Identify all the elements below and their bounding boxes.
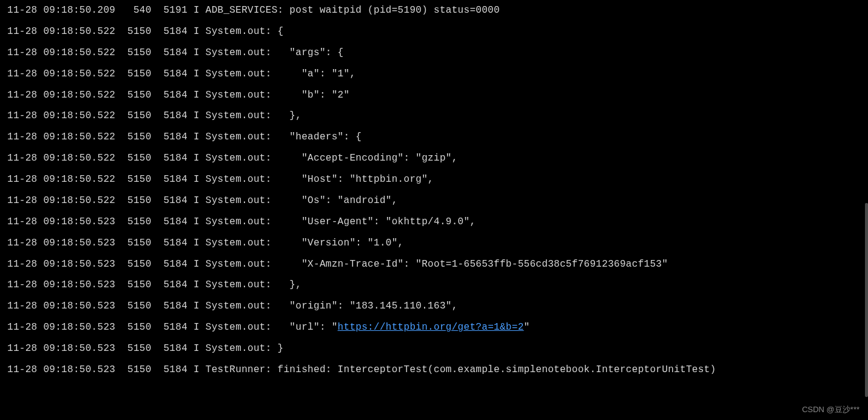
- url-link[interactable]: https://httpbin.org/get?a=1&b=2: [338, 322, 524, 333]
- log-line[interactable]: 11-28 09:18:50.522 5150 5184 I System.ou…: [7, 148, 861, 169]
- log-line[interactable]: 11-28 09:18:50.522 5150 5184 I System.ou…: [7, 127, 861, 148]
- log-line[interactable]: 11-28 09:18:50.523 5150 5184 I System.ou…: [7, 233, 861, 254]
- log-line[interactable]: 11-28 09:18:50.522 5150 5184 I System.ou…: [7, 64, 861, 85]
- scrollbar[interactable]: [865, 0, 868, 420]
- log-line[interactable]: 11-28 09:18:50.523 5150 5184 I System.ou…: [7, 296, 861, 317]
- log-line[interactable]: 11-28 09:18:50.523 5150 5184 I System.ou…: [7, 212, 861, 233]
- log-line[interactable]: 11-28 09:18:50.522 5150 5184 I System.ou…: [7, 21, 861, 42]
- log-line[interactable]: 11-28 09:18:50.522 5150 5184 I System.ou…: [7, 169, 861, 190]
- watermark: CSDN @豆沙***: [802, 404, 860, 415]
- log-line[interactable]: 11-28 09:18:50.522 5150 5184 I System.ou…: [7, 85, 861, 106]
- log-line[interactable]: 11-28 09:18:50.522 5150 5184 I System.ou…: [7, 42, 861, 64]
- log-line[interactable]: 11-28 09:18:50.523 5150 5184 I System.ou…: [7, 338, 861, 359]
- scrollbar-thumb[interactable]: [865, 203, 868, 397]
- log-output[interactable]: 11-28 09:18:50.209 540 5191 I ADB_SERVIC…: [0, 0, 868, 381]
- log-line[interactable]: 11-28 09:18:50.523 5150 5184 I TestRunne…: [7, 359, 861, 381]
- log-line[interactable]: 11-28 09:18:50.523 5150 5184 I System.ou…: [7, 275, 861, 296]
- log-line[interactable]: 11-28 09:18:50.523 5150 5184 I System.ou…: [7, 317, 861, 338]
- log-line[interactable]: 11-28 09:18:50.523 5150 5184 I System.ou…: [7, 254, 861, 275]
- log-line[interactable]: 11-28 09:18:50.209 540 5191 I ADB_SERVIC…: [7, 0, 861, 21]
- log-line[interactable]: 11-28 09:18:50.522 5150 5184 I System.ou…: [7, 105, 861, 127]
- log-line[interactable]: 11-28 09:18:50.522 5150 5184 I System.ou…: [7, 190, 861, 212]
